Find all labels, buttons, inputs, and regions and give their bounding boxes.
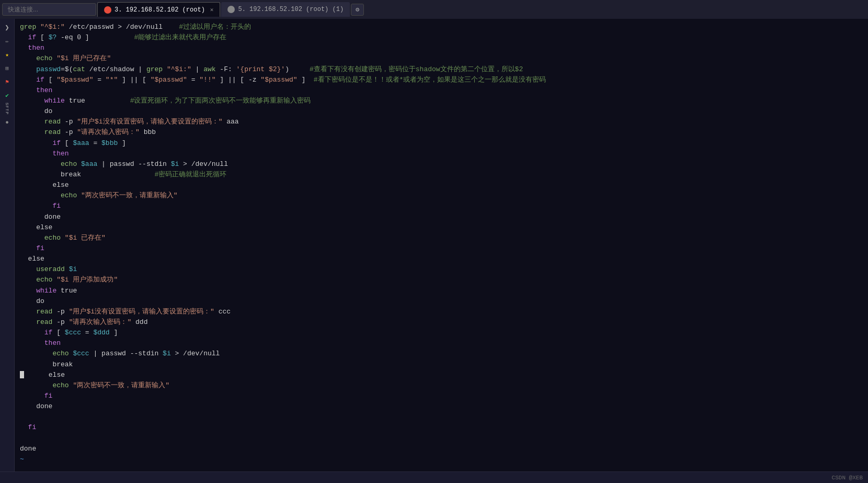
terminal-line-21: echo "$i 已存在" [20,233,863,243]
tab-active-label: 3. 192.168.52.102 (root) [115,6,205,14]
terminal-line-1: grep "^$i:" /etc/passwd > /dev/null #过滤以… [20,22,863,32]
tab-icon-red [104,6,111,14]
terminal-line-26: while true [20,286,863,296]
quick-connect-input[interactable] [2,3,96,16]
sidebar-item-edit[interactable]: ✏ [1,35,14,47]
tab-close-button[interactable]: ✕ [210,6,214,13]
terminal-line-14: echo $aaa | passwd --stdin $i > /dev/nul… [20,159,863,170]
sidebar-item-circle[interactable]: ● [1,116,14,129]
terminal-line-42: ~ [20,454,863,465]
title-bar: 3. 192.168.52.102 (root) ✕ 5. 192.168.52… [0,0,868,19]
terminal-line-39: fi [20,422,863,433]
bottom-bar: CSDN @XEB [0,471,868,483]
terminal-line-33: break [20,360,863,370]
sidebar-item-flag[interactable]: ⚑ [1,75,14,88]
tab-inactive[interactable]: 5. 192.168.52.102 (root) (1) [221,2,350,17]
terminal-line-29: read -p "请再次输入密码：" ddd [20,317,863,328]
terminal-line-34: else [20,370,863,380]
sidebar-item-star[interactable]: ★ [1,48,14,61]
terminal[interactable]: grep "^$i:" /etc/passwd > /dev/null #过滤以… [15,19,868,471]
terminal-line-36: fi [20,391,863,401]
terminal-line-30: if [ $ccc = $ddd ] [20,328,863,338]
sidebar-item-sftp[interactable]: SFTP [1,103,14,115]
terminal-line-16: else [20,180,863,190]
terminal-line-9: do [20,106,863,117]
terminal-line-22: fi [20,243,863,254]
terminal-line-32: echo $ccc | passwd --stdin $i > /dev/nul… [20,349,863,359]
terminal-line-41: done [20,444,863,454]
terminal-line-35: echo "两次密码不一致，请重新输入" [20,380,863,391]
terminal-line-13: then [20,149,863,159]
terminal-line-4: echo "$i 用户已存在" [20,53,863,64]
terminal-line-17: echo "两次密码不一致，请重新输入" [20,190,863,201]
terminal-line-40 [20,433,863,443]
sidebar: ❯ ✏ ★ ⊞ ⚑ ✔ SFTP ● [0,19,15,471]
main-layout: ❯ ✏ ★ ⊞ ⚑ ✔ SFTP ● grep "^$i:" /etc/pass… [0,19,868,471]
sidebar-arrow[interactable]: ❯ [1,21,14,33]
tab-active[interactable]: 3. 192.168.52.102 (root) ✕ [97,2,220,17]
terminal-line-20: else [20,222,863,233]
terminal-line-28: read -p "用户$i没有设置密码，请输入要设置的密码：" ccc [20,307,863,317]
sidebar-item-grid[interactable]: ⊞ [1,62,14,74]
tab-inactive-label: 5. 192.168.52.102 (root) (1) [238,6,344,13]
terminal-line-27: do [20,296,863,307]
terminal-line-18: fi [20,201,863,211]
terminal-line-7: then [20,85,863,96]
terminal-line-25: echo "$i 用户添加成功" [20,275,863,285]
terminal-line-5: passwd=$(cat /etc/shadow | grep "^$i:" |… [20,64,863,75]
terminal-line-15: break #密码正确就退出死循环 [20,170,863,180]
bottom-bar-label: CSDN @XEB [832,475,863,481]
terminal-line-23: else [20,254,863,264]
terminal-line-11: read -p "请再次输入密码：" bbb [20,127,863,138]
tab-gear-button[interactable]: ⚙ [351,4,364,16]
terminal-line-10: read -p "用户$i没有设置密码，请输入要设置的密码：" aaa [20,117,863,127]
terminal-line-2: if [ $? -eq 0 ] #能够过滤出来就代表用户存在 [20,32,863,43]
terminal-line-19: done [20,212,863,222]
terminal-line-6: if [ "$passwd" = "*" ] || [ "$passwd" = … [20,75,863,85]
cursor [20,371,24,378]
terminal-line-8: while true #设置死循环，为了下面两次密码不一致能够再重新输入密码 [20,96,863,106]
sidebar-item-check[interactable]: ✔ [1,89,14,102]
terminal-line-3: then [20,43,863,53]
terminal-line-31: then [20,338,863,349]
terminal-line-12: if [ $aaa = $bbb ] [20,138,863,149]
terminal-line-38 [20,412,863,422]
terminal-line-24: useradd $i [20,264,863,275]
terminal-line-37: done [20,401,863,412]
tab-icon-gray [227,6,235,13]
